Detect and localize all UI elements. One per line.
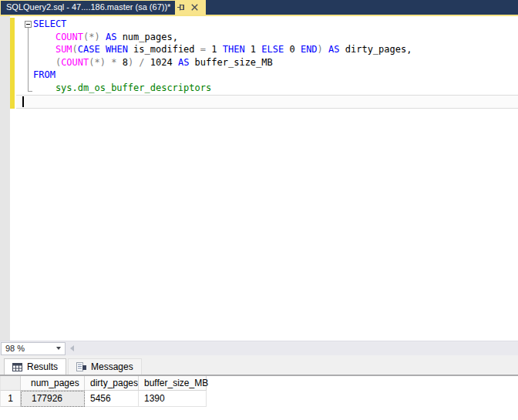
- document-tab-strip: SQLQuery2.sql - 47....186.master (sa (67…: [0, 0, 518, 15]
- grid-row: 117792654561390: [0, 391, 518, 407]
- grid-body: 117792654561390: [0, 391, 518, 407]
- code-line[interactable]: SUM(CASE WHEN is_modified = 1 THEN 1 ELS…: [33, 43, 412, 56]
- zoom-dropdown[interactable]: 98 %: [1, 342, 66, 355]
- selected-grid-cell[interactable]: 177926: [21, 391, 85, 407]
- results-grid-icon: [12, 363, 22, 371]
- code-line[interactable]: (COUNT(*) * 8) / 1024 AS buffer_size_MB: [33, 56, 412, 69]
- tab-results-label: Results: [27, 361, 58, 372]
- text-cursor: [22, 96, 24, 107]
- change-tracking-bar: [10, 18, 15, 109]
- grid-corner-cell[interactable]: [0, 376, 21, 391]
- column-header-buffer_size_MB[interactable]: buffer_size_MB: [139, 376, 207, 391]
- fold-collapse-icon[interactable]: [25, 21, 32, 28]
- tab-messages-label: Messages: [91, 361, 133, 372]
- results-grid: num_pagesdirty_pagesbuffer_size_MB 11779…: [0, 376, 518, 407]
- editor-bottom-bar: 98 %: [0, 341, 518, 355]
- tab-results[interactable]: Results: [4, 358, 66, 375]
- pin-icon[interactable]: [177, 3, 186, 12]
- column-header-dirty_pages[interactable]: dirty_pages: [85, 376, 139, 391]
- editor-gutter[interactable]: [0, 16, 10, 341]
- sql-editor[interactable]: SELECT COUNT(*) AS num_pages, SUM(CASE W…: [0, 16, 518, 341]
- document-tab-title: SQLQuery2.sql - 47....186.master (sa (67…: [1, 1, 175, 15]
- row-header[interactable]: 1: [0, 391, 21, 407]
- grid-header-row: num_pagesdirty_pagesbuffer_size_MB: [0, 376, 518, 391]
- close-icon[interactable]: [191, 4, 198, 11]
- code-line[interactable]: sys.dm_os_buffer_descriptors: [33, 82, 412, 95]
- ssms-window: SQLQuery2.sql - 47....186.master (sa (67…: [0, 0, 518, 420]
- scroll-left-icon[interactable]: [70, 345, 74, 351]
- code-line[interactable]: [33, 94, 412, 107]
- grid-cell[interactable]: 1390: [139, 391, 207, 407]
- document-tab[interactable]: SQLQuery2.sql - 47....186.master (sa (67…: [0, 0, 206, 15]
- code-line[interactable]: SELECT: [33, 18, 412, 31]
- tab-buttons: [175, 0, 204, 15]
- grid-cell[interactable]: 5456: [85, 391, 139, 407]
- code-area[interactable]: SELECT COUNT(*) AS num_pages, SUM(CASE W…: [33, 18, 412, 107]
- results-pane-tab-strip: Results Messages: [0, 355, 518, 375]
- chevron-down-icon: [56, 347, 61, 350]
- messages-icon: [76, 362, 86, 371]
- results-grid-panel: num_pagesdirty_pagesbuffer_size_MB 11779…: [0, 375, 518, 420]
- horizontal-scrollbar[interactable]: [66, 341, 518, 355]
- code-line[interactable]: FROM: [33, 69, 412, 82]
- fold-guide-line: [28, 28, 32, 92]
- zoom-value: 98 %: [5, 344, 25, 353]
- tab-messages[interactable]: Messages: [68, 358, 142, 375]
- column-header-num_pages[interactable]: num_pages: [21, 376, 85, 391]
- code-line[interactable]: COUNT(*) AS num_pages,: [33, 31, 412, 44]
